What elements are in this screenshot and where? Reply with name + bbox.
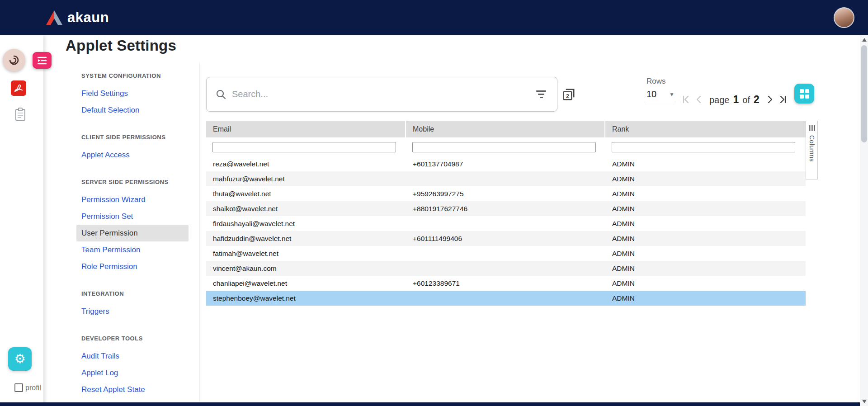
email-filter-input[interactable] [212,142,396,152]
column-header-email[interactable]: Email [206,121,406,137]
cell-rank: ADMIN [605,216,806,231]
profile-checkbox[interactable] [14,383,23,392]
page-scrollbar[interactable] [860,35,868,406]
cell-email: stephenboey@wavelet.net [206,291,406,306]
columns-panel-toggle[interactable]: Columns [806,121,818,179]
nav-item-team-permission[interactable]: Team Permission [76,241,189,258]
filter-2-icon[interactable]: 2 [562,88,576,101]
prev-page-button[interactable] [693,94,705,105]
nav-item-reset-applet-state[interactable]: Reset Applet State [76,381,189,398]
menu-toggle-button[interactable] [33,52,52,69]
nav-item-permission-set[interactable]: Permission Set [76,208,189,225]
cell-email: fatimah@wavelet.net [206,246,406,261]
table-filter-row [206,137,806,156]
view-grid-button[interactable] [794,84,814,104]
cell-email: reza@wavelet.net [206,156,406,171]
nav-item-audit-trails[interactable]: Audit Trails [76,348,189,364]
cell-rank: ADMIN [605,246,806,261]
cell-mobile [406,171,605,186]
cell-email: mahfuzur@wavelet.net [206,171,406,186]
rows-per-page-widget: Rows 10 ▼ [646,77,678,102]
rank-filter-input[interactable] [612,142,795,152]
nav-section-header: SYSTEM CONFIGURATION [76,72,189,80]
first-page-button[interactable] [679,94,691,105]
gear-icon: ⚙ [14,353,25,365]
chevron-down-icon: ▼ [669,91,675,98]
nav-item-triggers[interactable]: Triggers [76,303,189,320]
drag-handle-icon [809,125,815,131]
column-header-rank[interactable]: Rank [605,121,806,137]
of-label: of [742,95,750,105]
user-avatar[interactable] [834,7,854,28]
last-page-button[interactable] [778,94,789,105]
settings-gear-button[interactable]: ⚙ [8,347,32,371]
table-body: reza@wavelet.net+601137704987ADMINmahfuz… [206,156,806,306]
scrollbar-thumb[interactable] [861,45,867,142]
cell-rank: ADMIN [605,231,806,246]
nav-item-permission-wizard[interactable]: Permission Wizard [76,191,189,208]
nav-item-role-permission[interactable]: Role Permission [76,258,189,275]
page-total: 2 [754,94,760,106]
table-row[interactable]: stephenboey@wavelet.netADMIN [206,291,806,306]
cell-mobile: +959263997275 [406,186,605,201]
table-row[interactable]: reza@wavelet.net+601137704987ADMIN [206,156,806,171]
nav-section-header: DEVELOPER TOOLS [76,335,189,342]
table-row[interactable]: shaikot@wavelet.net+8801917627746ADMIN [206,201,806,216]
svg-text:2: 2 [566,93,569,99]
search-input[interactable] [232,89,534,99]
rows-per-page-select[interactable]: 10 ▼ [646,89,675,102]
table-row[interactable]: mahfuzur@wavelet.netADMIN [206,171,806,186]
indent-menu-icon [37,56,47,65]
cell-mobile [406,291,605,306]
cell-email: hafidzuddin@wavelet.net [206,231,406,246]
nav-item-default-selection[interactable]: Default Selection [76,102,189,118]
cell-email: chanliapei@wavelet.net [206,276,406,291]
user-permission-table: Email Mobile Rank reza@wavelet.net+60113… [206,121,806,306]
rows-value: 10 [646,89,656,99]
cell-rank: ADMIN [605,186,806,201]
nav-item-applet-log[interactable]: Applet Log [76,364,189,381]
search-icon [216,89,226,100]
cell-mobile: +60123389671 [406,276,605,291]
clipboard-icon[interactable] [14,108,26,121]
pagination: page 1 of 2 [679,91,789,108]
next-page-button[interactable] [764,94,776,105]
pdf-export-icon[interactable] [11,80,26,96]
app-launcher-button[interactable] [3,49,25,71]
akaun-triangle-icon [45,9,63,26]
swirl-logo-icon [8,54,20,66]
cell-rank: ADMIN [605,171,806,186]
scroll-up-arrow-icon[interactable] [860,36,868,43]
cell-email: thuta@wavelet.net [206,186,406,201]
nav-section-header: CLIENT SIDE PERMISSIONS [76,134,189,141]
rows-label: Rows [646,77,678,86]
nav-divider [199,63,200,401]
nav-item-applet-access[interactable]: Applet Access [76,146,189,163]
first-page-icon [680,94,690,104]
cell-mobile [406,246,605,261]
column-header-mobile[interactable]: Mobile [406,121,605,137]
mobile-filter-input[interactable] [412,142,596,152]
cell-rank: ADMIN [605,156,806,171]
nav-item-user-permission[interactable]: User Permission [76,225,189,241]
table-row[interactable]: fatimah@wavelet.netADMIN [206,246,806,261]
cell-mobile: +601137704987 [406,156,605,171]
cell-email: vincent@akaun.com [206,261,406,276]
scroll-down-arrow-icon[interactable] [860,398,868,405]
brand-logo[interactable]: akaun [45,9,109,26]
nav-item-field-settings[interactable]: Field Settings [76,85,189,102]
cell-mobile [406,261,605,276]
profile-toggle: profil [14,383,46,392]
table-header-row: Email Mobile Rank [206,121,806,137]
side-nav: SYSTEM CONFIGURATIONField SettingsDefaul… [76,72,189,398]
table-row[interactable]: firdaushayali@wavelet.netADMIN [206,216,806,231]
cell-mobile [406,216,605,231]
page-title: Applet Settings [66,37,176,54]
table-row[interactable]: chanliapei@wavelet.net+60123389671ADMIN [206,276,806,291]
left-rail: ⚙ profil [0,35,43,406]
chevron-left-icon [694,94,704,104]
table-row[interactable]: thuta@wavelet.net+959263997275ADMIN [206,186,806,201]
table-row[interactable]: hafidzuddin@wavelet.net+601111499406ADMI… [206,231,806,246]
filter-list-icon[interactable] [534,89,548,100]
table-row[interactable]: vincent@akaun.comADMIN [206,261,806,276]
